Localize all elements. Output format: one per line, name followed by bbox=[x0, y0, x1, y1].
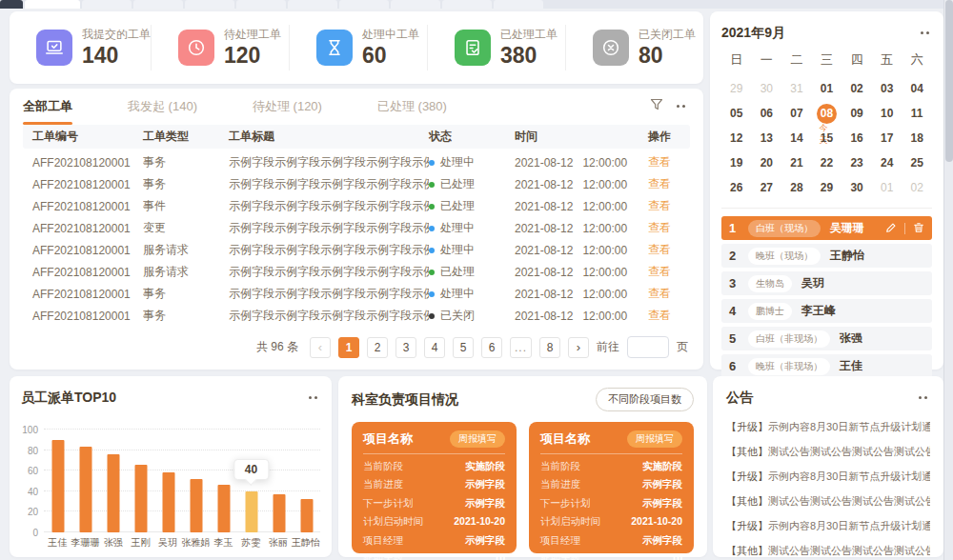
calendar-day[interactable]: 18 bbox=[902, 126, 932, 150]
bar[interactable] bbox=[273, 494, 285, 532]
calendar-day[interactable]: 06 bbox=[752, 101, 782, 126]
project-card[interactable]: 项目名称周报填写当前阶段实施阶段当前进度示例字段下一步计划示例字段计划启动时间2… bbox=[529, 422, 694, 553]
view-link[interactable]: 查看 bbox=[648, 242, 671, 258]
calendar-day[interactable]: 26 bbox=[721, 175, 752, 200]
calendar-day[interactable]: 14 bbox=[781, 126, 812, 150]
view-link[interactable]: 查看 bbox=[648, 198, 671, 214]
edit-icon[interactable] bbox=[885, 220, 897, 237]
view-link[interactable]: 查看 bbox=[648, 176, 671, 192]
stat-card[interactable]: 处理中工单60 bbox=[290, 25, 428, 70]
tab-strip-block[interactable] bbox=[339, 0, 389, 9]
roster-row[interactable]: 5白班（非现场）张强 bbox=[721, 327, 932, 350]
delete-icon[interactable] bbox=[913, 220, 924, 237]
roster-row[interactable]: 4鹏博士李王峰 bbox=[721, 299, 932, 323]
page-button-3[interactable]: 3 bbox=[395, 337, 416, 358]
view-link[interactable]: 查看 bbox=[648, 264, 671, 280]
calendar-day[interactable]: 10 bbox=[872, 101, 902, 126]
stat-card[interactable]: 我提交的工单140 bbox=[10, 25, 152, 70]
bar[interactable] bbox=[162, 472, 174, 532]
roster-row[interactable]: 1白班（现场）吴珊珊 bbox=[721, 216, 932, 240]
tab-strip-block[interactable] bbox=[391, 0, 440, 9]
tab-已处理 (380)[interactable]: 已处理 (380) bbox=[377, 89, 447, 125]
calendar-day[interactable]: 25 bbox=[902, 150, 932, 175]
calendar-day[interactable]: 30 bbox=[752, 76, 782, 101]
calendar-day[interactable]: 30 bbox=[841, 175, 872, 200]
calendar-day[interactable]: 05 bbox=[721, 101, 752, 126]
calendar-day[interactable]: 19 bbox=[721, 150, 752, 175]
tab-strip-block[interactable] bbox=[288, 0, 337, 9]
bar[interactable] bbox=[79, 447, 91, 532]
tab-我发起 (140)[interactable]: 我发起 (140) bbox=[128, 89, 197, 125]
page-button-6[interactable]: 6 bbox=[481, 337, 502, 358]
prev-page-icon[interactable]: ‹ bbox=[310, 337, 331, 358]
view-link[interactable]: 查看 bbox=[648, 286, 671, 302]
bar[interactable] bbox=[245, 491, 257, 532]
bar[interactable] bbox=[51, 440, 64, 532]
calendar-day[interactable]: 09 bbox=[841, 101, 872, 126]
calendar-day[interactable]: 08今天 bbox=[812, 101, 842, 126]
bar[interactable] bbox=[217, 485, 230, 532]
tab-strip-block[interactable] bbox=[25, 0, 80, 9]
more-icon[interactable] bbox=[921, 31, 932, 35]
stat-card[interactable]: 已处理工单380 bbox=[428, 25, 566, 70]
calendar-day[interactable]: 11 bbox=[902, 101, 932, 126]
roster-row[interactable]: 2晚班（现场）王静怡 bbox=[721, 244, 932, 268]
page-button-2[interactable]: 2 bbox=[367, 337, 388, 358]
tab-strip-block[interactable] bbox=[82, 0, 132, 9]
tab-strip-block[interactable] bbox=[494, 0, 543, 9]
project-card[interactable]: 项目名称周报填写当前阶段实施阶段当前进度示例字段下一步计划示例字段计划启动时间2… bbox=[352, 422, 517, 553]
tab-strip-block[interactable] bbox=[236, 0, 286, 9]
view-link[interactable]: 查看 bbox=[648, 308, 671, 324]
next-page-icon[interactable]: › bbox=[568, 337, 589, 358]
bar[interactable] bbox=[107, 454, 119, 532]
announcement-item[interactable]: 【其他】测试公告测试公告测试公告测试公告测试公告 bbox=[726, 538, 930, 560]
calendar-day[interactable]: 02 bbox=[902, 175, 932, 200]
bar[interactable] bbox=[300, 499, 313, 532]
calendar-day[interactable]: 20 bbox=[752, 150, 782, 175]
calendar-day[interactable]: 24 bbox=[872, 150, 902, 175]
page-button-1[interactable]: 1 bbox=[338, 337, 359, 358]
tab-strip-block[interactable] bbox=[185, 0, 234, 9]
announcement-item[interactable]: 【升级】示例内容8月30日新节点升级计划通知 bbox=[726, 414, 930, 439]
calendar-day[interactable]: 28 bbox=[781, 175, 812, 200]
tab-strip-block[interactable] bbox=[442, 0, 492, 9]
calendar-day[interactable]: 12 bbox=[721, 126, 752, 150]
page-button-8[interactable]: 8 bbox=[539, 337, 560, 358]
tab-待处理 (120)[interactable]: 待处理 (120) bbox=[253, 89, 322, 125]
calendar-day[interactable]: 21 bbox=[781, 150, 812, 175]
tab-strip-block[interactable] bbox=[0, 0, 23, 9]
goto-page-input[interactable] bbox=[627, 336, 669, 358]
announcement-item[interactable]: 【其他】测试公告测试公告测试公告测试公告测试公告 bbox=[726, 439, 930, 464]
tab-strip-block[interactable] bbox=[133, 0, 183, 9]
scrollbar[interactable] bbox=[943, 0, 953, 560]
roster-row[interactable]: 3生物岛吴玥 bbox=[721, 271, 932, 295]
announcement-item[interactable]: 【其他】测试公告测试公告测试公告测试公告测试公告 bbox=[726, 489, 930, 513]
calendar-day[interactable]: 22 bbox=[812, 150, 842, 175]
announcement-item[interactable]: 【升级】示例内容8月30日新节点升级计划通知 bbox=[726, 513, 930, 538]
scrollbar-thumb[interactable] bbox=[945, 0, 953, 162]
more-icon[interactable] bbox=[919, 396, 930, 400]
more-icon[interactable] bbox=[677, 105, 688, 109]
weekly-report-badge[interactable]: 周报填写 bbox=[627, 430, 682, 448]
more-icon[interactable] bbox=[309, 396, 320, 400]
page-button-4[interactable]: 4 bbox=[424, 337, 445, 358]
bar[interactable] bbox=[190, 479, 202, 532]
view-link[interactable]: 查看 bbox=[648, 154, 671, 170]
calendar-day[interactable]: 04 bbox=[902, 76, 932, 101]
calendar-day[interactable]: 29 bbox=[721, 76, 752, 101]
calendar-day[interactable]: 01 bbox=[812, 76, 842, 101]
calendar-day[interactable]: 16 bbox=[841, 126, 872, 150]
calendar-day[interactable]: 29 bbox=[812, 175, 842, 200]
calendar-day[interactable]: 01 bbox=[872, 175, 902, 200]
calendar-day[interactable]: 27 bbox=[752, 175, 782, 200]
calendar-day[interactable]: 15 bbox=[812, 126, 842, 150]
funnel-icon[interactable] bbox=[650, 98, 663, 115]
calendar-day[interactable]: 02 bbox=[841, 76, 872, 101]
calendar-day[interactable]: 23 bbox=[841, 150, 872, 175]
calendar-day[interactable]: 17 bbox=[872, 126, 902, 150]
calendar-day[interactable]: 13 bbox=[752, 126, 782, 150]
page-button-...[interactable]: ... bbox=[510, 337, 532, 358]
calendar-day[interactable]: 31 bbox=[781, 76, 812, 101]
calendar-day[interactable]: 03 bbox=[872, 76, 902, 101]
stat-card[interactable]: 待处理工单120 bbox=[152, 25, 290, 70]
